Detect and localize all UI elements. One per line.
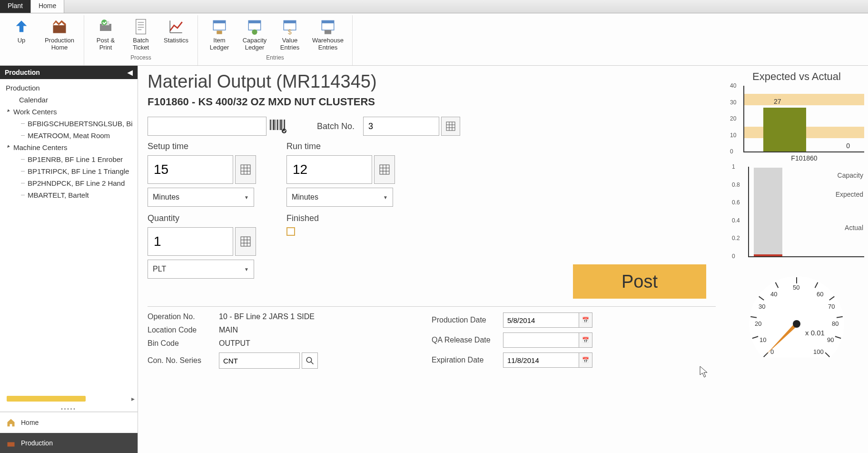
batch-picker-button[interactable] <box>441 117 460 136</box>
tree-wc-item[interactable]: MEATROOM, Meat Room <box>0 130 138 141</box>
svg-text:$: $ <box>288 28 292 35</box>
value-entries-icon: $ <box>280 17 299 36</box>
sidebar-header: Production ◀ <box>0 66 138 79</box>
qty-unit-dropdown[interactable]: PLT▼ <box>148 260 254 279</box>
quantity-input[interactable] <box>148 227 233 256</box>
production-date-picker[interactable]: 📅 <box>579 312 592 328</box>
svg-rect-23 <box>8 442 15 446</box>
finished-checkbox[interactable] <box>286 227 295 236</box>
batch-no-input[interactable] <box>363 117 439 136</box>
batch-ticket-button[interactable]: Batch Ticket <box>123 15 158 53</box>
up-button[interactable]: Up <box>4 15 39 53</box>
item-ledger-button[interactable]: Item Ledger <box>202 15 237 53</box>
tree-work-centers[interactable]: Work Centers <box>0 106 138 118</box>
value-entries-button[interactable]: $ Value Entries <box>272 15 307 53</box>
barcode-icon[interactable] <box>268 117 288 136</box>
production-date-input[interactable] <box>503 312 579 328</box>
setup-keypad-button[interactable] <box>235 155 256 184</box>
run-time-label: Run time <box>286 141 395 151</box>
svg-rect-13 <box>217 31 222 34</box>
post-print-button[interactable]: Post & Print <box>88 15 123 53</box>
up-arrow-icon <box>12 17 31 36</box>
svg-text:30: 30 <box>759 303 765 310</box>
exp-date-picker[interactable]: 📅 <box>579 352 592 368</box>
barcode-input[interactable] <box>148 117 266 136</box>
qty-keypad-button[interactable] <box>235 227 256 256</box>
chevron-down-icon: ▼ <box>244 195 249 200</box>
svg-text:20: 20 <box>755 320 761 327</box>
setup-unit-dropdown[interactable]: Minutes▼ <box>148 188 254 207</box>
tree-mc-item[interactable]: BP1ENRB, BF Line 1 Enrober <box>0 153 138 165</box>
tab-home[interactable]: Home <box>31 0 64 13</box>
chart-title: Expected vs Actual <box>729 70 864 83</box>
svg-rect-32 <box>284 120 285 130</box>
nav-home[interactable]: Home <box>0 412 138 433</box>
warehouse-entries-button[interactable]: Warehouse Entries <box>307 15 348 53</box>
con-no-series-input[interactable] <box>219 352 300 369</box>
details-panel: Operation No.10 - BF Line 2 JARS 1 SIDE … <box>148 306 716 373</box>
run-keypad-button[interactable] <box>374 155 395 184</box>
svg-rect-49 <box>241 237 250 246</box>
tree-mc-item[interactable]: MBARTELT, Bartelt <box>0 189 138 201</box>
scroll-right-icon[interactable]: ▸ <box>131 395 135 403</box>
qa-release-date-input[interactable] <box>503 332 579 348</box>
tab-plant[interactable]: Plant <box>0 0 31 13</box>
capacity-chart: 1 0.8 0.6 0.4 0.2 0 Capacity Expected Ac… <box>748 167 864 257</box>
svg-rect-12 <box>213 20 226 23</box>
svg-text:70: 70 <box>828 303 835 310</box>
setup-time-label: Setup time <box>148 141 256 151</box>
production-date-label: Production Date <box>432 316 503 324</box>
svg-point-33 <box>282 129 286 133</box>
resize-grip-icon[interactable]: ••••• <box>0 406 138 412</box>
tree-mc-item[interactable]: BP1TRIPCK, BF Line 1 Triangle <box>0 165 138 177</box>
legend-actual: Actual <box>845 224 863 232</box>
expiration-date-input[interactable] <box>503 352 579 368</box>
svg-rect-22 <box>325 30 331 34</box>
sidebar-footer: Home Production <box>0 412 138 453</box>
svg-point-54 <box>306 357 312 362</box>
factory-icon <box>6 438 16 448</box>
tree-production[interactable]: Production <box>0 82 138 94</box>
chevron-down-icon: ▼ <box>244 267 249 272</box>
grid-icon <box>240 164 251 175</box>
bin-code-value: OUTPUT <box>219 339 250 348</box>
speedometer-gauge: 0 10 20 30 40 50 60 70 80 90 100 <box>735 262 858 357</box>
tree-wc-item[interactable]: BFBIGSCHUBERTSNGLSUB, Bi <box>0 118 138 130</box>
nav-production[interactable]: Production <box>0 433 138 453</box>
run-time-input[interactable] <box>286 155 372 184</box>
warehouse-entries-icon <box>318 17 337 36</box>
svg-text:80: 80 <box>832 320 838 327</box>
ribbon: Up Production Home Post & Print <box>0 13 868 66</box>
collapse-icon[interactable]: ◀ <box>128 69 133 76</box>
calendar-icon: 📅 <box>582 317 589 323</box>
capacity-ledger-button[interactable]: Capacity Ledger <box>237 15 272 53</box>
statistics-button[interactable]: Statistics <box>158 15 194 53</box>
sidebar-hscroll[interactable] <box>7 396 86 402</box>
tree-machine-centers[interactable]: Machine Centers <box>0 141 138 153</box>
run-unit-dropdown[interactable]: Minutes▼ <box>286 188 393 207</box>
post-button[interactable]: Post <box>573 264 706 299</box>
tree-mc-item[interactable]: BP2HNDPCK, BF Line 2 Hand <box>0 177 138 189</box>
gauge-value: x 0.01 <box>805 329 825 337</box>
setup-time-input[interactable] <box>148 155 233 184</box>
svg-rect-25 <box>272 120 272 130</box>
con-lookup-button[interactable] <box>302 352 318 369</box>
grid-icon <box>240 236 251 247</box>
legend-capacity: Capacity <box>838 171 863 179</box>
production-home-button[interactable]: Production Home <box>39 15 80 53</box>
svg-point-80 <box>793 320 800 328</box>
entries-group-label: Entries <box>266 54 284 61</box>
item-ledger-icon <box>210 17 229 36</box>
svg-rect-0 <box>53 25 66 33</box>
qa-date-picker[interactable]: 📅 <box>579 332 592 348</box>
svg-rect-39 <box>241 165 250 174</box>
legend-expected: Expected <box>836 191 863 198</box>
expiration-date-label: Expiration Date <box>432 356 503 364</box>
batch-no-label: Batch No. <box>317 121 355 131</box>
charts-panel: Expected vs Actual 40 30 20 10 0 27 0 F1… <box>725 66 868 453</box>
tab-bar: Plant Home <box>0 0 868 13</box>
tree-calendar[interactable]: Calendar <box>0 94 138 106</box>
svg-rect-28 <box>277 120 278 130</box>
svg-text:10: 10 <box>760 336 766 343</box>
svg-text:40: 40 <box>770 291 777 298</box>
